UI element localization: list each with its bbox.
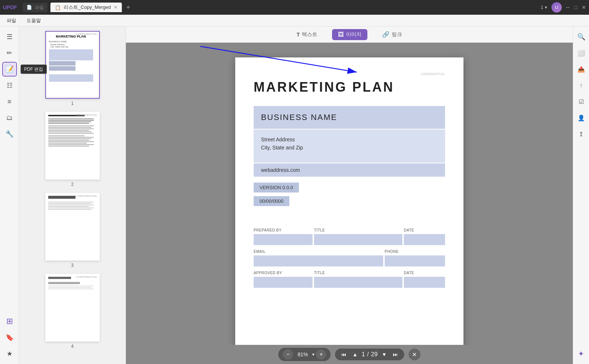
approved-by-labels: APPROVED BY TITLE DATE (254, 271, 445, 276)
thumb-frame-3[interactable]: CONFIDENTIAL (45, 193, 100, 261)
street-address: Street Address (261, 135, 438, 144)
sidebar-icon-bookmark[interactable]: 🔖 (2, 330, 17, 345)
app-logo: UPDF (3, 4, 17, 10)
phone-label: PHONE (385, 250, 445, 254)
title-col: TITLE (314, 228, 402, 233)
email-col: EMAIL (254, 250, 383, 255)
close-bar-button[interactable]: ✕ (409, 349, 420, 360)
menubar: 파일 도움말 (0, 15, 589, 26)
ai-icon: ✦ (578, 349, 584, 358)
tab-close-icon[interactable]: ✕ (114, 5, 117, 10)
document-area[interactable]: CONFIDENTIAL MARKETING PLAN BUSINESS NAM… (126, 43, 573, 345)
sidebar-icon-document[interactable]: ☰ (2, 29, 17, 44)
thumb-frame-4[interactable]: CONFIDENTIAL (45, 274, 100, 342)
thumb-frame-2[interactable]: CONFIDENTIAL (45, 112, 100, 180)
version-block: VERSION 0.0.0 (254, 183, 299, 192)
prepared-by-label: PREPARED BY (254, 228, 313, 232)
last-page-button[interactable]: ⏭ (391, 350, 400, 359)
bottom-bar: − 81% ▾ + ⏮ ▲ 1 / 29 ▼ ⏭ ✕ (126, 345, 573, 364)
titlebar: UPDF 📄 파일 📋 리스트_Copy_Merged ✕ + 1 ▾ U ─ … (0, 0, 589, 15)
minimize-button[interactable]: ─ (566, 4, 570, 10)
add-tab-button[interactable]: + (126, 4, 130, 11)
thumb-confidential-4: CONFIDENTIAL (76, 275, 98, 279)
right-extract-button[interactable]: 📤 (574, 62, 589, 77)
title-field[interactable] (314, 234, 402, 245)
share-icon: ↑ (580, 82, 583, 89)
thumbnail-3[interactable]: CONFIDENTIAL 3 (45, 193, 100, 268)
maximize-button[interactable]: □ (574, 4, 577, 10)
zoom-in-button[interactable]: + (316, 349, 326, 360)
text-tool-button[interactable]: T 텍스트 (291, 29, 324, 40)
zoom-dropdown[interactable]: ▾ (312, 352, 314, 357)
prev-page-button[interactable]: ▲ (350, 350, 359, 359)
approved-by-fields (254, 277, 445, 289)
sidebar-icon-list[interactable]: ≡ (2, 94, 17, 109)
sidebar-icon-layers[interactable]: ⊞ (2, 314, 17, 329)
menu-help[interactable]: 도움말 (24, 17, 43, 25)
extract-icon: 📤 (578, 66, 585, 73)
prepared-by-field[interactable] (254, 234, 313, 245)
right-user-button[interactable]: 👤 (574, 110, 589, 125)
confidential-label: CONFIDENTIAL (254, 72, 445, 76)
right-sidebar: 🔍 ⬜ 📤 ↑ ☑ 👤 ↥ ✦ (573, 26, 589, 364)
sidebar-icon-edit[interactable]: ✏ (2, 46, 17, 60)
active-tab[interactable]: 📋 리스트_Copy_Merged ✕ (50, 3, 122, 12)
link-tool-button[interactable]: 🔗 링크 (376, 29, 408, 40)
title2-label: TITLE (314, 271, 402, 275)
sidebar-icon-tools[interactable]: 🔧 (2, 127, 17, 141)
first-page-button[interactable]: ⏮ (339, 350, 348, 359)
thumb-frame-1[interactable]: CONFIDENTIAL MARKETING PLAN BUSINESS NAM… (45, 31, 100, 99)
titlebar-right: 1 ▾ U ─ □ ✕ (541, 2, 586, 13)
phone-field[interactable] (385, 255, 445, 266)
close-button[interactable]: ✕ (582, 4, 586, 10)
title2-col: TITLE (314, 271, 402, 276)
sidebar-icon-reader[interactable]: ☷ (2, 78, 17, 93)
page-chevron[interactable]: ▾ (545, 5, 547, 10)
next-page-button[interactable]: ▼ (380, 350, 389, 359)
web-address-block: webaddress.com (254, 163, 445, 177)
tab-pdf-icon: 📋 (55, 5, 61, 10)
zoom-out-button[interactable]: − (283, 349, 293, 360)
bookmark-icon: 🔖 (6, 333, 14, 342)
email-phone-fields (254, 255, 445, 267)
thumbnail-1[interactable]: CONFIDENTIAL MARKETING PLAN BUSINESS NAM… (45, 31, 100, 106)
sidebar-icon-comment[interactable]: 🗂 (2, 110, 17, 125)
approved-by-col: APPROVED BY (254, 271, 313, 276)
thumbnail-2[interactable]: CONFIDENTIAL (45, 112, 100, 187)
right-check-button[interactable]: ☑ (574, 94, 589, 109)
right-search-button[interactable]: 🔍 (574, 29, 589, 44)
approved-by-field[interactable] (254, 277, 313, 288)
business-name-block: BUSINESS NAME (254, 106, 445, 129)
prepared-by-fields (254, 234, 445, 246)
title2-field[interactable] (314, 277, 402, 288)
menu-file[interactable]: 파일 (4, 17, 18, 25)
inactive-tab: 📄 파일 (23, 3, 47, 12)
content-area: T 텍스트 🖼 이미지 🔗 링크 (126, 26, 573, 364)
right-share-button[interactable]: ↑ (574, 78, 589, 93)
link-tool-icon: 🔗 (382, 31, 389, 38)
star-icon: ★ (7, 350, 13, 358)
zoom-value: 81% (294, 351, 311, 357)
thumb-content-2 (46, 113, 96, 179)
thumb-label-2: 2 (71, 182, 74, 187)
sidebar-icon-star[interactable]: ★ (2, 346, 17, 361)
image-tool-button[interactable]: 🖼 이미지 (332, 29, 367, 40)
thumb-label-1: 1 (71, 101, 74, 106)
thumb-content-1: MARKETING PLAN BUSINESS NAME Street Addr… (46, 32, 96, 98)
document-icon: ☰ (7, 33, 13, 41)
thumbnail-4[interactable]: CONFIDENTIAL 4 (45, 274, 100, 349)
phone-col: PHONE (385, 250, 445, 255)
sidebar-icon-pdf-edit[interactable]: 📝 PDF 편집 (2, 62, 17, 77)
right-scan-button[interactable]: ⬜ (574, 46, 589, 60)
date2-field[interactable] (404, 277, 445, 288)
date2-label: DATE (404, 271, 445, 275)
right-ai-button[interactable]: ✦ (574, 346, 589, 361)
link-tool-label: 링크 (392, 31, 402, 38)
date-field[interactable] (404, 234, 445, 245)
edit-toolbar: T 텍스트 🖼 이미지 🔗 링크 (126, 26, 573, 43)
right-upload-button[interactable]: ↥ (574, 127, 589, 141)
list-icon: ≡ (7, 98, 11, 106)
email-field[interactable] (254, 255, 383, 266)
page-indicator: 1 ▾ (541, 5, 547, 10)
user-avatar[interactable]: U (551, 2, 562, 13)
